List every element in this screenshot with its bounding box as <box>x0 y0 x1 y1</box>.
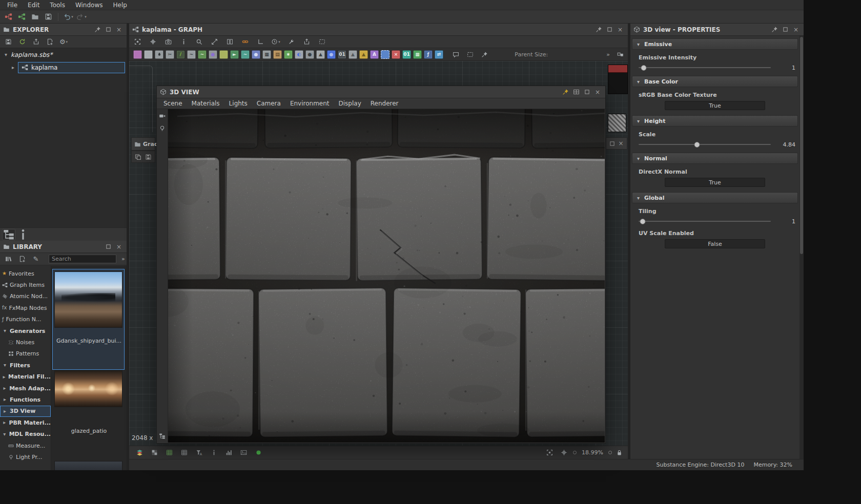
height-blend-node-icon[interactable]: ▲ <box>359 50 368 59</box>
menu-help[interactable]: Help <box>108 0 132 10</box>
library-view-icon[interactable] <box>3 254 13 264</box>
noise-node-thumbnail[interactable] <box>608 114 626 132</box>
float-icon[interactable] <box>104 25 113 34</box>
close-icon[interactable]: × <box>114 25 124 34</box>
search-expand-button[interactable]: » <box>120 256 127 262</box>
height-to-normal-node-icon[interactable]: ▲ <box>316 50 325 59</box>
close-icon[interactable]: × <box>618 139 624 148</box>
save-icon[interactable] <box>145 152 153 161</box>
library-category-graph-items[interactable]: Graph Items <box>0 279 51 290</box>
section-header-height[interactable]: ▾Height <box>632 115 798 127</box>
menu-edit[interactable]: Edit <box>23 0 45 10</box>
timer-icon[interactable]: ▾ <box>271 37 281 47</box>
view3d-menu-environment[interactable]: Environment <box>285 98 334 109</box>
zoom-out-dot-icon[interactable] <box>573 451 577 454</box>
slope-blur-node-icon[interactable]: / <box>176 50 185 59</box>
normal-node-icon[interactable]: ◐ <box>295 50 303 59</box>
parent-size-expand-button[interactable]: » <box>606 51 610 58</box>
scrollbar-thumb[interactable] <box>800 37 803 254</box>
float-icon[interactable] <box>582 88 591 97</box>
library-category-filters[interactable]: ▾Filters <box>0 360 51 371</box>
new-library-item-icon[interactable] <box>17 254 27 264</box>
slider-emissive-intensity[interactable]: 1 <box>639 64 795 72</box>
hsl-node-icon[interactable]: ● <box>209 50 217 59</box>
slider-scale[interactable]: 4.84 <box>639 140 795 149</box>
pan-icon[interactable] <box>559 448 569 458</box>
uniform-color-node-icon[interactable] <box>133 50 142 59</box>
transform-2d-node-icon[interactable]: ⇄ <box>435 50 443 59</box>
library-category-pbr-materi[interactable]: ▸PBR Materi... <box>0 417 51 428</box>
float-icon[interactable] <box>605 25 614 34</box>
lock-icon[interactable] <box>616 449 623 456</box>
undo-icon[interactable]: ▾ <box>63 12 73 22</box>
library-category-fxmap-nodes[interactable]: fxFxMap Nodes <box>0 302 51 313</box>
alpha-checker-icon[interactable] <box>149 448 159 458</box>
library-category-mesh-adap[interactable]: ▸Mesh Adap... <box>0 383 51 394</box>
frame-selection-icon[interactable] <box>317 37 327 47</box>
pyramid-node-icon[interactable]: ▲ <box>348 50 357 59</box>
toggle-directx-normal[interactable]: True <box>665 178 765 187</box>
grayscale-conversion-node-icon[interactable] <box>219 50 228 59</box>
library-category-noises[interactable]: Noises <box>0 337 51 348</box>
hierarchy-tab-icon[interactable] <box>2 229 15 240</box>
library-category-measure[interactable]: Measure... <box>0 440 51 451</box>
slider-tiling[interactable]: 1 <box>639 217 795 225</box>
directional-warp-node-icon[interactable]: ► <box>230 50 239 59</box>
menu-windows[interactable]: Windows <box>70 0 108 10</box>
graph-tree-item[interactable]: kaplama <box>18 62 125 73</box>
value-processor-node-icon[interactable]: ƒ <box>424 50 433 59</box>
frame-icon[interactable] <box>465 49 475 59</box>
export-icon[interactable] <box>31 37 41 47</box>
float-icon[interactable] <box>781 25 790 34</box>
export-bitmap-icon[interactable] <box>301 37 312 47</box>
switch-color-node-icon[interactable]: 01 <box>402 50 411 59</box>
frame-all-icon[interactable] <box>132 37 142 47</box>
settings-icon[interactable]: ⚙▾ <box>58 37 69 47</box>
blur-node-icon[interactable] <box>155 50 163 59</box>
fit-view-icon[interactable] <box>544 448 555 458</box>
toggle-uv-scale-enabled[interactable]: False <box>665 239 765 248</box>
chevron-down-icon[interactable]: ▾ <box>3 52 9 57</box>
text-node-icon[interactable]: A <box>370 50 379 59</box>
slider-track[interactable] <box>639 67 771 68</box>
chevron-right-icon[interactable]: ▸ <box>10 65 16 70</box>
focus-icon[interactable] <box>148 37 158 47</box>
parent-size-nodes-icon[interactable] <box>617 51 624 58</box>
gradient-panel-fragment[interactable]: Grad <box>131 137 155 151</box>
preview-image-icon[interactable] <box>238 448 249 458</box>
levels-node-icon[interactable]: ~ <box>187 50 196 59</box>
viewport-3d[interactable] <box>168 109 605 443</box>
light-icon[interactable] <box>158 123 167 133</box>
link-info-icon[interactable] <box>178 37 189 47</box>
section-header-normal[interactable]: ▾Normal <box>632 153 798 164</box>
slider-track[interactable] <box>639 221 771 222</box>
section-header-global[interactable]: ▾Global <box>632 192 798 203</box>
gradient-map-node-icon[interactable]: ▤ <box>273 50 282 59</box>
library-category-light-pr[interactable]: Light Pr... <box>0 451 51 463</box>
pin-icon[interactable] <box>93 25 102 34</box>
menu-file[interactable]: File <box>2 0 23 10</box>
library-category-patterns[interactable]: Patterns <box>0 348 51 360</box>
pixel-processor-node-icon[interactable]: ▦ <box>413 50 422 59</box>
menu-tools[interactable]: Tools <box>45 0 70 10</box>
slider-handle[interactable] <box>640 219 645 224</box>
view3d-menu-lights[interactable]: Lights <box>224 98 252 109</box>
new-substance-icon[interactable] <box>3 12 13 22</box>
library-category-favorites[interactable]: ★Favorites <box>0 268 51 279</box>
tiling-preview-icon[interactable] <box>164 448 174 458</box>
info-tab-icon[interactable] <box>16 229 30 240</box>
asset-thumbnail[interactable] <box>54 271 122 328</box>
save-icon[interactable] <box>3 37 13 47</box>
view3d-menu-materials[interactable]: Materials <box>187 98 224 109</box>
blend-node-icon[interactable] <box>144 50 153 59</box>
comment-icon[interactable] <box>450 49 461 59</box>
close-icon[interactable]: × <box>593 88 602 97</box>
toggle-srgb-base-color-texture[interactable]: True <box>665 101 765 110</box>
library-category-mdl-resou[interactable]: ▾MDL Resou... <box>0 428 51 439</box>
view3d-menu-camera[interactable]: Camera <box>252 98 285 109</box>
screenshot-icon[interactable] <box>163 37 173 47</box>
float-icon[interactable] <box>104 242 113 251</box>
graph-node-partial[interactable] <box>608 65 628 94</box>
channel-shuffle-node-icon[interactable]: ✂ <box>166 50 174 59</box>
scrollbar[interactable] <box>799 36 804 459</box>
